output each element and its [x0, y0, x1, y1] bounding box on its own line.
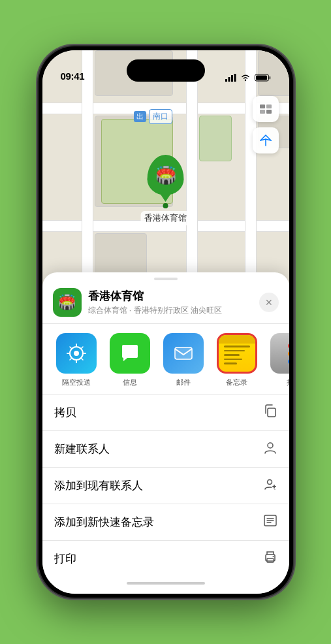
status-icons: [225, 74, 271, 82]
action-quick-note-label: 添加到新快速备忘录: [54, 515, 154, 530]
svg-point-13: [74, 351, 79, 356]
venue-header: 🏟️ 香港体育馆 综合体育馆 · 香港特别行政区 油尖旺区 ✕: [42, 280, 289, 324]
venue-logo: 🏟️: [53, 288, 82, 317]
more-dots: [288, 344, 289, 364]
close-button[interactable]: ✕: [259, 293, 279, 312]
map-type-icon: [259, 102, 273, 116]
svg-rect-0: [225, 79, 227, 82]
marker-stadium-icon: 🏟️: [155, 165, 176, 185]
map-controls: [253, 96, 279, 153]
message-svg: [119, 342, 141, 364]
airdrop-icon: [56, 333, 97, 374]
notes-icon-wrap: [217, 333, 257, 374]
bottom-sheet: 🏟️ 香港体育馆 综合体育馆 · 香港特别行政区 油尖旺区 ✕: [42, 272, 289, 594]
svg-rect-16: [268, 408, 276, 417]
marker-pin: 🏟️: [148, 155, 184, 195]
exit-name: 南口: [149, 109, 172, 124]
action-list: 拷贝 新建联系人: [42, 394, 289, 577]
phone-frame: 09:41: [39, 46, 293, 598]
exit-badge: 出: [134, 111, 146, 122]
share-more[interactable]: 推: [267, 333, 289, 387]
action-add-existing[interactable]: 添加到现有联系人: [42, 468, 289, 504]
more-icon-wrap: [270, 333, 289, 374]
battery-icon: [255, 74, 271, 82]
mail-label: 邮件: [176, 378, 191, 387]
quick-note-icon: [263, 513, 277, 531]
svg-rect-14: [175, 347, 192, 359]
action-copy-label: 拷贝: [54, 405, 76, 420]
action-quick-note[interactable]: 添加到新快速备忘录: [42, 504, 289, 541]
add-existing-icon: [263, 477, 277, 494]
svg-point-18: [267, 480, 272, 485]
share-notes[interactable]: 备忘录: [213, 333, 260, 387]
action-new-contact[interactable]: 新建联系人: [42, 431, 289, 468]
share-mail[interactable]: 邮件: [160, 333, 207, 387]
message-label: 信息: [123, 378, 137, 387]
venue-marker: 🏟️ 香港体育馆: [140, 155, 191, 225]
svg-rect-7: [256, 76, 267, 80]
svg-rect-3: [234, 74, 236, 82]
venue-info: 香港体育馆 综合体育馆 · 香港特别行政区 油尖旺区: [88, 289, 253, 316]
action-add-existing-label: 添加到现有联系人: [54, 478, 143, 493]
signal-icon: [225, 74, 236, 82]
svg-rect-6: [269, 76, 271, 80]
svg-point-4: [244, 80, 245, 81]
svg-point-23: [272, 556, 274, 557]
location-arrow-icon: [260, 135, 272, 146]
mail-svg: [172, 342, 195, 364]
svg-rect-10: [260, 110, 265, 114]
dynamic-island: [127, 59, 205, 82]
share-message[interactable]: 信息: [106, 333, 153, 387]
svg-rect-22: [267, 558, 274, 562]
more-label: 推: [287, 378, 289, 387]
print-icon: [263, 550, 277, 568]
svg-rect-8: [260, 105, 265, 108]
home-indicator: [127, 582, 205, 585]
airdrop-svg: [66, 343, 87, 364]
notes-label: 备忘录: [226, 378, 247, 387]
status-time: 09:41: [61, 71, 85, 82]
message-icon: [110, 333, 150, 374]
action-print-label: 打印: [54, 551, 76, 566]
svg-rect-1: [228, 77, 230, 82]
airdrop-label: 隔空投送: [62, 378, 91, 387]
svg-point-17: [268, 443, 273, 448]
share-airdrop[interactable]: 隔空投送: [53, 333, 100, 387]
location-button[interactable]: [253, 127, 279, 153]
phone-screen: 09:41: [42, 50, 289, 594]
marker-label: 香港体育馆: [140, 211, 191, 225]
action-copy[interactable]: 拷贝: [42, 394, 289, 431]
svg-rect-11: [266, 110, 272, 114]
marker-dot: [163, 203, 168, 208]
svg-rect-9: [266, 105, 272, 108]
mail-icon: [163, 333, 204, 374]
map-exit-label: 出 南口: [134, 109, 172, 124]
copy-icon: [263, 404, 277, 421]
action-new-contact-label: 新建联系人: [54, 442, 110, 457]
new-contact-icon: [263, 440, 277, 458]
wifi-icon: [240, 74, 251, 82]
map-block: [199, 116, 232, 161]
venue-desc: 综合体育馆 · 香港特别行政区 油尖旺区: [88, 305, 253, 316]
svg-rect-2: [231, 75, 233, 82]
map-type-button[interactable]: [253, 96, 279, 122]
action-print[interactable]: 打印: [42, 541, 289, 577]
venue-name: 香港体育馆: [88, 289, 253, 304]
share-row: 隔空投送 信息: [42, 324, 289, 394]
